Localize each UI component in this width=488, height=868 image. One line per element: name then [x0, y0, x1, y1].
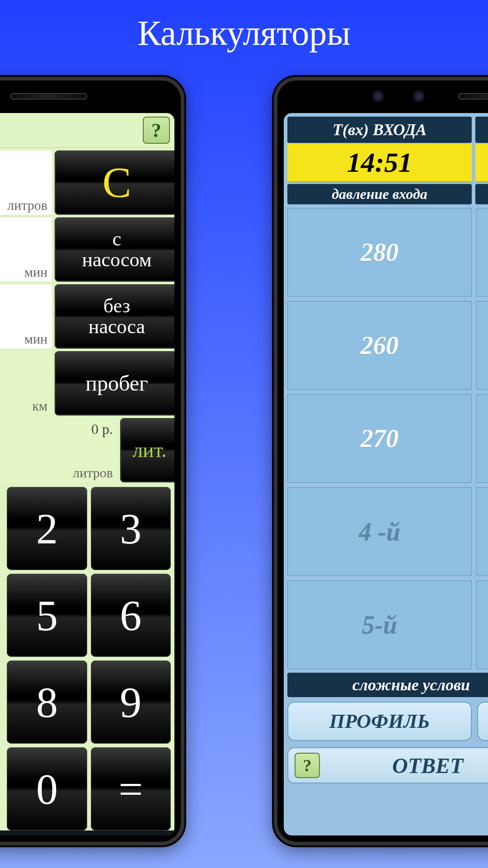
key-3[interactable]: 3	[91, 487, 171, 570]
with-pump-line2: насосом	[82, 250, 151, 270]
input-minutes-1[interactable]: и мин	[0, 217, 52, 282]
pressure-cell-3[interactable]: 270	[287, 394, 472, 483]
pressure-cell-4[interactable]: 4 -й	[287, 487, 472, 576]
without-pump-line1: без	[103, 296, 130, 316]
with-pump-line1: с	[113, 229, 122, 250]
mileage-button[interactable]: пробег	[55, 351, 174, 415]
subheader-pressure-in: давление входа	[287, 184, 472, 204]
input-km[interactable]: км	[0, 351, 52, 415]
header-col2: Т	[475, 117, 488, 143]
header-t-in: Т(вх) ВХОДА	[287, 117, 472, 143]
with-pump-button[interactable]: с насосом	[55, 217, 174, 282]
speaker-grille	[10, 93, 87, 99]
page-title: Калькуляторы	[0, 0, 488, 53]
input-minutes-1-unit: мин	[24, 264, 47, 280]
input-minutes-2[interactable]: и мин	[0, 284, 52, 349]
input-liters[interactable]: ть литров	[0, 151, 52, 215]
answer-button[interactable]: ? ОТВЕТ	[287, 747, 488, 783]
bottom-bar	[0, 830, 174, 835]
key-8[interactable]: 8	[7, 660, 87, 744]
time-value[interactable]: 14:51	[287, 144, 472, 182]
answer-label: ОТВЕТ	[392, 753, 463, 778]
key-5[interactable]: 5	[7, 574, 87, 657]
result-cell: 0 р. литров	[0, 418, 117, 482]
help-button[interactable]: ?	[143, 117, 170, 144]
speaker-grille	[458, 93, 488, 99]
eraser-button[interactable]	[7, 834, 90, 835]
clear-button[interactable]: C	[55, 151, 174, 215]
lit-button[interactable]: лит.	[120, 418, 174, 482]
key-2[interactable]: 2	[7, 487, 87, 570]
camera-icon	[372, 90, 384, 102]
without-pump-line2: насоса	[89, 316, 145, 337]
profile-button[interactable]: ПРОФИЛЬ	[287, 702, 472, 741]
screen-right: Т(вх) ВХОДА Т 14:51 давление входа дав 2…	[284, 113, 488, 835]
pressure-cell-1[interactable]: 280	[287, 208, 472, 297]
input-minutes-2-unit: мин	[24, 331, 47, 347]
key-0[interactable]: 0	[7, 747, 87, 830]
pressure-cell-1b[interactable]	[476, 208, 488, 297]
without-pump-button[interactable]: без насоса	[55, 284, 174, 349]
keypad: 2 3 5 6 8 9 0 =	[0, 482, 174, 830]
screen-left: обавить ? ть литров C и мин с насосом и …	[0, 113, 174, 835]
phone-frame-right: Т(вх) ВХОДА Т 14:51 давление входа дав 2…	[274, 77, 488, 845]
key-equals[interactable]: =	[91, 747, 171, 830]
subheader-col2: дав	[475, 184, 488, 204]
pressure-cell-5[interactable]: 5-й	[287, 580, 472, 669]
result-unit: литров	[73, 465, 113, 481]
help-button[interactable]: ?	[295, 753, 320, 778]
settings-button[interactable]	[91, 834, 174, 835]
pressure-cell-2[interactable]: 260	[287, 301, 472, 390]
pressure-cell-2b[interactable]	[476, 301, 488, 390]
phone-frame-left: обавить ? ть литров C и мин с насосом и …	[0, 77, 184, 845]
left-header-bar: обавить ?	[0, 113, 174, 148]
time-value-2[interactable]	[475, 144, 488, 182]
input-liters-unit: литров	[7, 198, 47, 213]
pressure-cell-5b[interactable]	[476, 580, 488, 669]
complex-conditions-label: сложные услови	[287, 673, 488, 697]
pressure-cell-4b[interactable]	[476, 487, 488, 576]
second-button[interactable]: Ф	[477, 702, 488, 741]
key-9[interactable]: 9	[91, 660, 171, 744]
pressure-cell-3b[interactable]	[476, 394, 488, 483]
camera-icon	[413, 90, 425, 102]
key-6[interactable]: 6	[91, 574, 171, 657]
input-km-unit: км	[32, 398, 47, 414]
result-price: 0 р.	[91, 421, 113, 438]
